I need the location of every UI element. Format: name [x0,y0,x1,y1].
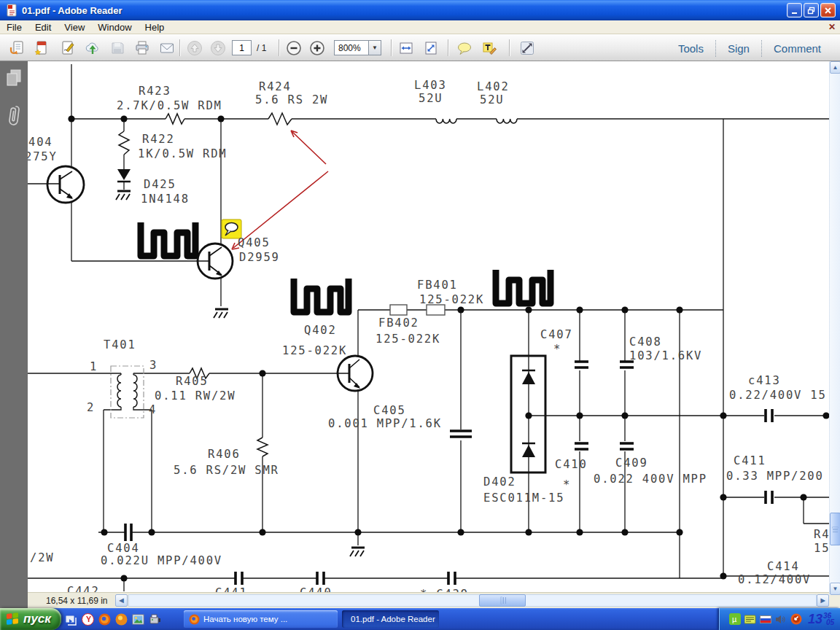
tray-clock[interactable]: 13 36 05 [808,612,834,627]
zoom-dropdown-button[interactable]: ▼ [368,40,381,55]
schematic-label: 52U [419,92,443,105]
task-button-adobe-reader[interactable]: 01.pdf - Adobe Reader [342,610,439,628]
comment-bubble-button[interactable] [455,39,474,58]
schematic-label: 2.7K/0.5W RDM [117,99,222,112]
schematic-label: /2W [30,551,54,564]
opera-icon[interactable] [114,612,128,626]
schematic-label: ESC011M-15 [483,491,564,505]
menu-view[interactable]: View [58,21,91,34]
download-master-icon[interactable] [790,613,802,626]
schematic-label: 125-022K [419,293,484,306]
schematic-label: R4 [814,528,829,541]
attachments-icon[interactable] [7,104,21,131]
status-bar: 16,54 x 11,69 in ◀ ▶ [28,592,829,608]
windows-logo-icon [5,612,20,626]
schematic-label: 103/1.6KV [629,349,702,362]
menu-help[interactable]: Help [139,21,171,34]
close-button[interactable] [820,3,836,18]
menu-window[interactable]: Window [91,21,138,34]
vertical-scrollbar[interactable]: ▲ ▼ [829,61,840,595]
menu-bar: File Edit View Window Help ✕ [0,20,840,34]
schematic-label: Q402 [304,324,337,337]
fit-page-button[interactable] [421,39,440,58]
schematic-label: FB402 [378,316,419,330]
tools-button[interactable]: Tools [666,40,715,57]
email-button[interactable] [158,39,176,58]
cloud-upload-button[interactable] [83,39,102,58]
fit-width-button[interactable] [397,39,416,58]
zoom-in-button[interactable] [308,39,327,58]
comment-button[interactable]: Comment [761,40,833,57]
keyboard-indicator-icon[interactable] [744,613,756,626]
schematic-label: 275Y [28,150,58,163]
heatsink-symbols [141,222,551,312]
page-total-label: / 1 [257,43,266,53]
schematic-label: 4 [149,403,157,416]
sign-button[interactable]: Sign [715,40,761,57]
schematic-label: R424 [259,80,292,93]
schematic-label: 0.001 MPP/1.6K [328,417,442,430]
schematic-label: D402 [483,475,516,489]
svg-text:µ: µ [732,615,737,623]
scroll-right-icon[interactable]: ▶ [817,594,829,607]
horizontal-scrollbar[interactable] [128,594,817,607]
schematic-label: 125-022K [282,344,347,357]
volume-icon[interactable] [774,613,787,626]
fullscreen-button[interactable] [518,39,537,58]
page-number-input[interactable] [232,40,252,55]
schematic-labels: R4232.7K/0.5W RDMR4245.6 RS 2WL40352UL40… [28,79,829,601]
schematic-label: * [553,343,561,356]
fax-device-icon[interactable] [148,612,161,626]
menu-edit[interactable]: Edit [28,21,58,34]
schematic-label: D2959 [239,251,280,264]
navigation-sidebar [0,61,28,608]
image-viewer-icon[interactable] [131,612,144,626]
schematic-label: L402 [477,80,510,93]
schematic-label: 0.11 RW/2W [155,389,236,402]
horizontal-scroll-thumb[interactable] [479,594,526,607]
minimize-button[interactable] [787,3,802,18]
start-button[interactable]: пуск [0,608,61,630]
schematic-label: R423 [139,85,171,98]
zoom-out-button[interactable] [284,39,303,58]
restore-button[interactable] [804,3,819,18]
schematic-label: 1K/0.5W RDM [138,147,227,160]
show-desktop-icon[interactable] [64,612,77,626]
schematic-label: 2 [87,401,95,414]
scroll-up-icon[interactable]: ▲ [830,61,840,74]
schematic-label: R422 [142,133,175,146]
schematic-label: c413 [748,374,781,387]
system-tray: µ 13 36 05 [719,608,840,630]
zoom-level-display[interactable]: 800% [334,40,368,55]
create-pdf-button[interactable] [32,39,51,58]
schematic-label: C410 [555,458,588,471]
scroll-down-icon[interactable]: ▼ [830,583,840,595]
task-button-forum[interactable]: Начать новую тему ... [184,610,338,628]
open-file-button[interactable] [7,39,26,58]
schematic-label: 0.33 MPP/200 [726,470,824,483]
schematic-label: C411 [734,454,766,467]
scroll-left-icon[interactable]: ◀ [115,594,128,607]
schematic-label: 0.022 400V MPP [594,472,707,486]
utorrent-icon[interactable]: µ [728,613,741,626]
schematic-label: R406 [208,448,241,461]
vertical-scroll-thumb[interactable] [830,513,840,545]
schematic-document[interactable]: R4232.7K/0.5W RDMR4245.6 RS 2WL40352UL40… [28,61,829,608]
firefox-icon[interactable] [98,612,111,626]
text-annotation-button[interactable] [480,39,499,58]
page-thumbnails-icon[interactable] [5,69,23,92]
task-label: Начать новую тему ... [203,615,287,623]
schematic-label: * [563,478,571,491]
language-ru-icon[interactable] [759,613,771,626]
sign-document-button[interactable] [58,39,77,58]
menu-file[interactable]: File [0,21,28,34]
clock-hours: 13 [808,612,822,627]
clock-seconds: 05 [823,619,834,626]
print-button[interactable] [133,39,152,58]
schematic-label: 15 [814,542,829,555]
schematic-label: 1 [90,360,98,373]
schematic-label: L403 [414,79,447,92]
resistor-symbols [119,113,292,456]
yandex-browser-icon[interactable] [81,612,94,626]
close-document-icon[interactable]: ✕ [828,22,836,32]
